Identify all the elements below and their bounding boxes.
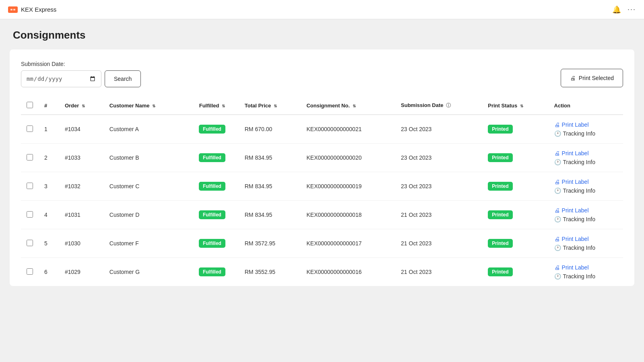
row-print-status: Printed	[482, 115, 548, 144]
table-row: 1 #1034 Customer A Fulfilled RM 670.00 K…	[21, 115, 623, 144]
row-action: 🖨 Print Label 🕐 Tracking Info	[549, 229, 623, 258]
col-consignment-no: Consignment No. ⇅	[301, 97, 395, 115]
tracking-info-button[interactable]: 🕐 Tracking Info	[554, 273, 595, 280]
row-submission-date: 21 Oct 2023	[395, 229, 482, 258]
search-button[interactable]: Search	[105, 70, 141, 87]
tracking-info-text: Tracking Info	[563, 187, 595, 194]
filter-row: Submission Date: Search 🖨 Print Selected	[21, 61, 623, 87]
tracking-info-button[interactable]: 🕐 Tracking Info	[554, 245, 595, 251]
print-label-button[interactable]: 🖨 Print Label	[554, 207, 589, 214]
page-title: Consignments	[13, 29, 631, 41]
select-all-checkbox[interactable]	[27, 102, 33, 108]
print-selected-button[interactable]: 🖨 Print Selected	[561, 69, 623, 87]
row-checkbox[interactable]	[27, 240, 33, 246]
submission-date-info-icon: ⓘ	[446, 103, 451, 108]
row-fulfilled: Fulfilled	[185, 229, 239, 258]
row-order: #1029	[59, 258, 104, 286]
table-row: 5 #1030 Customer F Fulfilled RM 3572.95 …	[21, 229, 623, 258]
more-options-icon[interactable]: ···	[627, 5, 636, 14]
consignment-sort-icon[interactable]: ⇅	[353, 104, 356, 108]
row-checkbox[interactable]	[27, 268, 33, 275]
row-fulfilled: Fulfilled	[185, 201, 239, 229]
row-submission-date: 21 Oct 2023	[395, 201, 482, 229]
row-checkbox[interactable]	[27, 125, 33, 132]
tracking-info-button[interactable]: 🕐 Tracking Info	[554, 130, 595, 137]
print-label-button[interactable]: 🖨 Print Label	[554, 264, 589, 271]
table-header-row: # Order ⇅ Customer Name ⇅ Fulfilled ⇅	[21, 97, 623, 115]
printed-badge: Printed	[488, 267, 512, 276]
row-print-status: Printed	[482, 172, 548, 201]
print-label-button[interactable]: 🖨 Print Label	[554, 121, 589, 128]
row-fulfilled: Fulfilled	[185, 258, 239, 286]
filter-inputs: Search	[21, 70, 141, 87]
row-fulfilled: Fulfilled	[185, 115, 239, 144]
app-branding: KEX Express	[8, 6, 56, 13]
date-input[interactable]	[21, 70, 101, 87]
filter-left: Submission Date: Search	[21, 61, 141, 87]
row-customer-name: Customer A	[104, 115, 185, 144]
history-icon: 🕐	[554, 245, 561, 251]
row-number: 3	[39, 172, 59, 201]
print-status-sort-icon[interactable]: ⇅	[520, 104, 523, 108]
row-order: #1034	[59, 115, 104, 144]
table-wrapper: # Order ⇅ Customer Name ⇅ Fulfilled ⇅	[21, 97, 623, 286]
table-row: 6 #1029 Customer G Fulfilled RM 3552.95 …	[21, 258, 623, 286]
history-icon: 🕐	[554, 130, 561, 137]
row-consignment-no: KEX00000000000021	[301, 115, 395, 144]
tracking-info-button[interactable]: 🕐 Tracking Info	[554, 187, 595, 194]
history-icon: 🕐	[554, 187, 561, 194]
col-print-status: Print Status ⇅	[482, 97, 548, 115]
row-total-price: RM 3552.95	[239, 258, 301, 286]
row-order: #1031	[59, 201, 104, 229]
row-total-price: RM 670.00	[239, 115, 301, 144]
row-checkbox[interactable]	[27, 211, 33, 218]
fulfilled-badge: Fulfilled	[199, 153, 225, 162]
print-label-button[interactable]: 🖨 Print Label	[554, 236, 589, 242]
consignments-table: # Order ⇅ Customer Name ⇅ Fulfilled ⇅	[21, 97, 623, 286]
print-label-button[interactable]: 🖨 Print Label	[554, 179, 589, 185]
fulfilled-badge: Fulfilled	[199, 125, 225, 134]
row-checkbox-cell	[21, 201, 39, 229]
print-icon: 🖨	[554, 264, 560, 271]
printed-badge: Printed	[488, 125, 512, 134]
app-logo	[8, 6, 18, 13]
tracking-info-text: Tracking Info	[563, 130, 595, 137]
row-print-status: Printed	[482, 201, 548, 229]
print-icon: 🖨	[554, 236, 560, 242]
customer-sort-icon[interactable]: ⇅	[152, 104, 155, 108]
row-checkbox[interactable]	[27, 154, 33, 160]
row-submission-date: 23 Oct 2023	[395, 172, 482, 201]
fulfilled-badge: Fulfilled	[199, 267, 225, 276]
tracking-info-button[interactable]: 🕐 Tracking Info	[554, 216, 595, 222]
row-consignment-no: KEX00000000000016	[301, 258, 395, 286]
row-checkbox[interactable]	[27, 183, 33, 189]
notification-icon[interactable]: 🔔	[612, 5, 621, 14]
row-fulfilled: Fulfilled	[185, 144, 239, 172]
row-action: 🖨 Print Label 🕐 Tracking Info	[549, 172, 623, 201]
tracking-info-button[interactable]: 🕐 Tracking Info	[554, 159, 595, 165]
row-action: 🖨 Print Label 🕐 Tracking Info	[549, 115, 623, 144]
row-number: 6	[39, 258, 59, 286]
print-label-button[interactable]: 🖨 Print Label	[554, 150, 589, 156]
history-icon: 🕐	[554, 159, 561, 165]
row-number: 5	[39, 229, 59, 258]
row-checkbox-cell	[21, 229, 39, 258]
row-order: #1033	[59, 144, 104, 172]
tracking-info-text: Tracking Info	[563, 216, 595, 222]
svg-rect-1	[10, 9, 12, 10]
row-action: 🖨 Print Label 🕐 Tracking Info	[549, 144, 623, 172]
price-sort-icon[interactable]: ⇅	[274, 104, 277, 108]
svg-rect-2	[13, 9, 15, 10]
row-number: 4	[39, 201, 59, 229]
row-checkbox-cell	[21, 172, 39, 201]
fulfilled-sort-icon[interactable]: ⇅	[222, 104, 225, 108]
print-icon: 🖨	[554, 121, 560, 128]
row-consignment-no: KEX00000000000019	[301, 172, 395, 201]
order-sort-icon[interactable]: ⇅	[82, 104, 85, 108]
table-row: 3 #1032 Customer C Fulfilled RM 834.95 K…	[21, 172, 623, 201]
row-total-price: RM 834.95	[239, 172, 301, 201]
row-submission-date: 23 Oct 2023	[395, 115, 482, 144]
col-order: Order ⇅	[59, 97, 104, 115]
col-submission-date: Submission Date ⓘ	[395, 97, 482, 115]
tracking-info-text: Tracking Info	[563, 245, 595, 251]
